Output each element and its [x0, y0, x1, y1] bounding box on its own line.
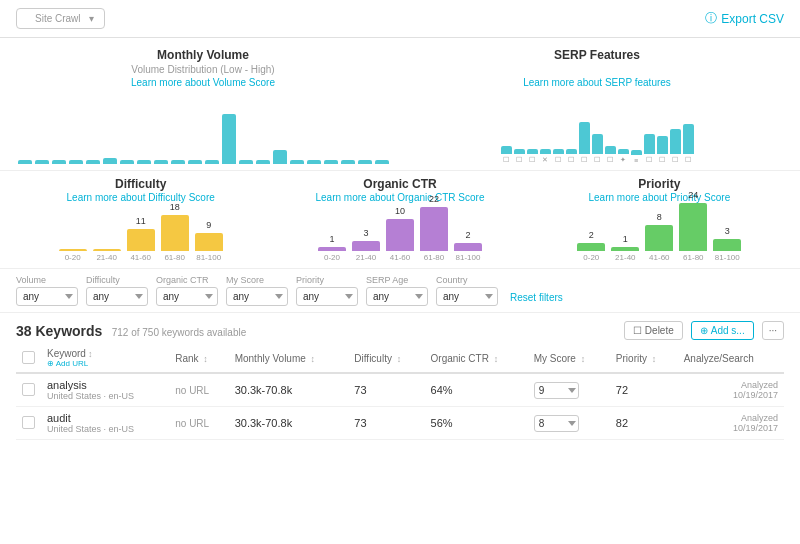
row-checkbox-cell	[16, 373, 41, 407]
serp-features-link[interactable]: Learn more about SERP features	[410, 77, 784, 88]
priority-chart: Priority Learn more about Priority Score…	[535, 177, 784, 262]
analyzed-label: Analyzed	[684, 413, 778, 423]
ctr-value: 64%	[431, 384, 453, 396]
dist-bar: 1 21-40	[611, 247, 639, 262]
analyzed-status: Analyzed 10/19/2017	[684, 413, 778, 433]
my-score-select[interactable]: 8	[534, 415, 579, 432]
row-priority-cell: 72	[610, 373, 678, 407]
monthly-volume-sort-icon[interactable]: ↕	[311, 354, 316, 364]
bar-label: 0-20	[324, 253, 340, 262]
organic-ctr-filter-select[interactable]: any	[156, 287, 218, 306]
row-checkbox[interactable]	[22, 383, 35, 396]
dist-bar: 2 0-20	[577, 243, 605, 262]
add-url-link[interactable]: ⊕ Add URL	[47, 359, 163, 368]
dist-bar: 8 41-60	[645, 225, 673, 262]
difficulty-filter-label: Difficulty	[86, 275, 148, 285]
serp-bar-icon: ☐	[516, 156, 522, 164]
serp-bar-icon: ☐	[568, 156, 574, 164]
bar-value: 2	[465, 230, 470, 240]
export-label: Export CSV	[721, 12, 784, 26]
row-checkbox[interactable]	[22, 416, 35, 429]
country-filter: Country any	[436, 275, 498, 306]
dist-bar: 0-20	[59, 249, 87, 262]
monthly-volume-bar	[52, 160, 66, 164]
my-score-filter: My Score any	[226, 275, 288, 306]
monthly-volume-bar	[307, 160, 321, 164]
bar-label: 81-100	[456, 253, 481, 262]
difficulty-chart: Difficulty Learn more about Difficulty S…	[16, 177, 265, 262]
dist-bar: 2 81-100	[454, 243, 482, 262]
add-label: Add s...	[711, 325, 745, 336]
select-all-checkbox[interactable]	[22, 351, 35, 364]
more-button[interactable]: ···	[762, 321, 784, 340]
add-icon: ⊕	[700, 325, 708, 336]
col-rank: Rank ↕	[169, 344, 228, 373]
site-crawl-label: Site Crawl	[35, 13, 81, 24]
priority-filter-select[interactable]: any	[296, 287, 358, 306]
my-score-select[interactable]: 9	[534, 382, 579, 399]
analyzed-date: 10/19/2017	[684, 390, 778, 400]
difficulty-filter-select[interactable]: any	[86, 287, 148, 306]
serp-bar-icon: ☐	[646, 156, 652, 164]
serp-bar-icon: ☐	[555, 156, 561, 164]
bar-label: 61-80	[424, 253, 444, 262]
bar-value: 18	[170, 202, 180, 212]
add-button[interactable]: ⊕ Add s...	[691, 321, 754, 340]
serp-bar-icon: ☐	[672, 156, 678, 164]
row-difficulty-cell: 73	[348, 373, 424, 407]
row-difficulty-cell: 73	[348, 407, 424, 440]
priority-sort-icon[interactable]: ↕	[652, 354, 657, 364]
serp-age-filter: SERP Age any	[366, 275, 428, 306]
bar-label: 0-20	[65, 253, 81, 262]
analyzed-label: Analyzed	[684, 380, 778, 390]
keyword-country: United States · en-US	[47, 424, 163, 434]
monthly-volume-bar	[103, 158, 117, 164]
serp-age-filter-select[interactable]: any	[366, 287, 428, 306]
keywords-availability: 712 of 750 keywords available	[112, 327, 247, 338]
difficulty-link[interactable]: Learn more about Difficulty Score	[16, 192, 265, 203]
header: Site Crawl ▾ ⓘ Export CSV	[0, 0, 800, 38]
bar-label: 21-40	[96, 253, 116, 262]
priority-link[interactable]: Learn more about Priority Score	[535, 192, 784, 203]
rank-value: no URL	[175, 418, 209, 429]
rank-sort-icon[interactable]: ↕	[203, 354, 208, 364]
organic-ctr-link[interactable]: Learn more about Organic CTR Score	[275, 192, 524, 203]
monthly-volume-bar	[188, 160, 202, 164]
col-select-all[interactable]	[16, 344, 41, 373]
serp-feature-bars: ☐☐☐✕☐☐☐☐☐✦≡☐☐☐☐	[410, 94, 784, 164]
row-ctr-cell: 56%	[425, 407, 528, 440]
serp-bar: ☐	[553, 149, 564, 164]
country-filter-select[interactable]: any	[436, 287, 498, 306]
row-priority-cell: 82	[610, 407, 678, 440]
export-csv-button[interactable]: ⓘ Export CSV	[705, 10, 784, 27]
my-score-sort-icon[interactable]: ↕	[581, 354, 586, 364]
table-header-row: Keyword↕ ⊕ Add URL Rank ↕ Monthly Volume…	[16, 344, 784, 373]
reset-filters-button[interactable]: Reset filters	[510, 292, 563, 306]
dist-bar: 3 81-100	[713, 239, 741, 262]
delete-button[interactable]: ☐ Delete	[624, 321, 683, 340]
monthly-volume-bar	[324, 160, 338, 164]
difficulty-sort-icon[interactable]: ↕	[397, 354, 402, 364]
col-organic-ctr: Organic CTR ↕	[425, 344, 528, 373]
volume-filter-select[interactable]: any	[16, 287, 78, 306]
dist-bar: 24 61-80	[679, 203, 707, 262]
bar-label: 0-20	[583, 253, 599, 262]
row-rank-cell: no URL	[169, 373, 228, 407]
charts-row-1: Monthly Volume Volume Distribution (Low …	[0, 38, 800, 171]
serp-bar-icon: ✕	[542, 156, 548, 164]
monthly-volume-bars	[16, 94, 390, 164]
serp-features-title: SERP Features	[410, 48, 784, 62]
dist-bar: 10 41-60	[386, 219, 414, 262]
monthly-volume-link[interactable]: Learn more about Volume Score	[16, 77, 390, 88]
my-score-filter-select[interactable]: any	[226, 287, 288, 306]
ctr-sort-icon[interactable]: ↕	[494, 354, 499, 364]
monthly-volume-subtitle: Volume Distribution (Low - High)	[16, 64, 390, 75]
keywords-table-wrap: Keyword↕ ⊕ Add URL Rank ↕ Monthly Volume…	[0, 344, 800, 440]
dist-bar: 18 61-80	[161, 215, 189, 262]
dist-bar: 22 61-80	[420, 207, 448, 262]
site-crawl-dropdown[interactable]: Site Crawl ▾	[16, 8, 105, 29]
row-analyze-cell: Analyzed 10/19/2017	[678, 407, 784, 440]
bar-label: 21-40	[356, 253, 376, 262]
keyword-sort-icon[interactable]: ↕	[88, 349, 93, 359]
monthly-volume-title: Monthly Volume	[16, 48, 390, 62]
